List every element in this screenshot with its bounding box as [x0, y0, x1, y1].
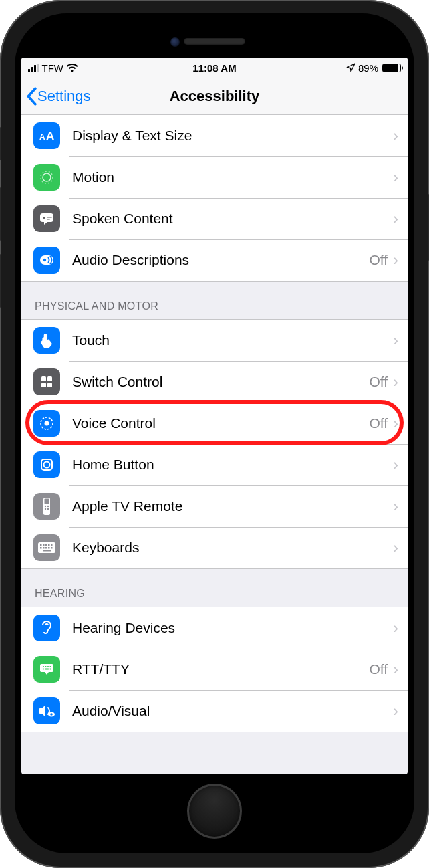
row-label: Audio/Visual — [72, 703, 393, 719]
row-spoken-content[interactable]: Spoken Content › — [21, 198, 408, 239]
row-display-text-size[interactable]: AA Display & Text Size › — [21, 115, 408, 156]
group-physical: Touch › Switch Control Off › Voice Contr… — [21, 319, 408, 569]
row-value: Off — [369, 374, 388, 390]
svg-point-5 — [43, 217, 45, 219]
row-label: Home Button — [72, 457, 393, 473]
location-icon — [346, 63, 355, 72]
row-label: Apple TV Remote — [72, 498, 393, 514]
home-button-icon — [33, 451, 60, 478]
svg-rect-25 — [40, 544, 42, 546]
page-title: Accessibility — [21, 88, 408, 105]
chevron-right-icon: › — [393, 455, 398, 474]
svg-point-23 — [47, 508, 49, 510]
text-size-icon: AA — [33, 122, 60, 149]
chevron-right-icon: › — [393, 538, 398, 557]
svg-point-17 — [44, 462, 50, 468]
chevron-right-icon: › — [393, 168, 398, 187]
status-bar: TFW 11:08 AM 89% — [21, 58, 408, 78]
chevron-right-icon: › — [393, 701, 398, 720]
rtt-tty-icon — [33, 656, 60, 683]
home-button-hardware — [187, 784, 242, 839]
row-label: RTT/TTY — [72, 661, 369, 677]
svg-rect-31 — [43, 547, 45, 549]
row-label: Audio Descriptions — [72, 252, 369, 268]
earpiece-speaker — [184, 38, 245, 45]
phone-frame: TFW 11:08 AM 89% — [0, 0, 429, 868]
audio-descriptions-icon — [33, 247, 60, 274]
row-keyboards[interactable]: Keyboards › — [21, 527, 408, 568]
svg-point-20 — [45, 506, 46, 507]
svg-point-37 — [45, 666, 46, 667]
svg-rect-41 — [45, 668, 49, 669]
touch-icon — [33, 327, 60, 354]
row-label: Touch — [72, 332, 393, 348]
svg-rect-33 — [48, 547, 50, 549]
svg-rect-27 — [45, 544, 47, 546]
svg-point-42 — [49, 668, 51, 669]
voice-control-icon — [33, 410, 60, 437]
svg-point-44 — [50, 713, 53, 716]
row-touch[interactable]: Touch › — [21, 320, 408, 361]
mute-switch — [0, 127, 1, 160]
section-header-hearing: HEARING — [21, 569, 408, 607]
chevron-right-icon: › — [393, 126, 398, 145]
group-hearing: Hearing Devices › RTT/TTY Off › Audio/Vi… — [21, 607, 408, 732]
chevron-right-icon: › — [393, 660, 398, 679]
switch-control-icon — [33, 368, 60, 395]
svg-point-22 — [45, 508, 46, 510]
row-audio-visual[interactable]: Audio/Visual › — [21, 690, 408, 732]
battery-icon — [382, 64, 401, 72]
svg-point-38 — [47, 666, 49, 667]
svg-point-36 — [43, 666, 44, 667]
row-label: Hearing Devices — [72, 620, 393, 636]
svg-rect-6 — [47, 217, 52, 218]
chevron-right-icon: › — [393, 497, 398, 516]
row-label: Voice Control — [72, 415, 369, 431]
row-value: Off — [369, 415, 388, 431]
spoken-content-icon — [33, 205, 60, 232]
svg-rect-13 — [47, 383, 52, 387]
svg-rect-19 — [45, 499, 49, 504]
svg-point-21 — [47, 506, 49, 507]
audio-visual-icon — [33, 697, 60, 724]
row-apple-tv-remote[interactable]: Apple TV Remote › — [21, 485, 408, 527]
row-label: Keyboards — [72, 540, 393, 556]
svg-point-3 — [43, 173, 51, 181]
row-label: Switch Control — [72, 374, 369, 390]
volume-down-button — [0, 254, 1, 308]
row-voice-control[interactable]: Voice Control Off › — [21, 403, 408, 444]
svg-rect-26 — [43, 544, 45, 546]
apple-tv-remote-icon — [33, 493, 60, 520]
svg-rect-35 — [43, 550, 51, 552]
svg-rect-29 — [51, 544, 53, 546]
nav-bar: Settings Accessibility — [21, 78, 408, 115]
row-label: Motion — [72, 169, 393, 185]
row-switch-control[interactable]: Switch Control Off › — [21, 361, 408, 403]
chevron-right-icon: › — [393, 251, 398, 269]
svg-text:A: A — [46, 130, 54, 142]
row-rtt-tty[interactable]: RTT/TTY Off › — [21, 649, 408, 690]
volume-up-button — [0, 187, 1, 241]
row-audio-descriptions[interactable]: Audio Descriptions Off › — [21, 239, 408, 281]
battery-percent: 89% — [358, 62, 378, 74]
row-home-button[interactable]: Home Button › — [21, 444, 408, 485]
svg-rect-32 — [45, 547, 47, 549]
keyboards-icon — [33, 534, 60, 561]
row-hearing-devices[interactable]: Hearing Devices › — [21, 607, 408, 649]
svg-rect-16 — [41, 459, 52, 470]
chevron-right-icon: › — [393, 619, 398, 637]
motion-icon — [33, 164, 60, 191]
row-label: Spoken Content — [72, 211, 393, 227]
svg-point-39 — [49, 666, 51, 667]
chevron-right-icon: › — [393, 331, 398, 350]
svg-rect-11 — [47, 376, 52, 381]
hearing-devices-icon — [33, 615, 60, 641]
svg-rect-12 — [41, 383, 46, 387]
row-value: Off — [369, 661, 388, 677]
svg-point-40 — [43, 668, 44, 669]
svg-rect-7 — [47, 219, 50, 220]
svg-rect-28 — [48, 544, 50, 546]
row-motion[interactable]: Motion › — [21, 156, 408, 198]
svg-rect-34 — [51, 547, 53, 549]
chevron-right-icon: › — [393, 209, 398, 228]
